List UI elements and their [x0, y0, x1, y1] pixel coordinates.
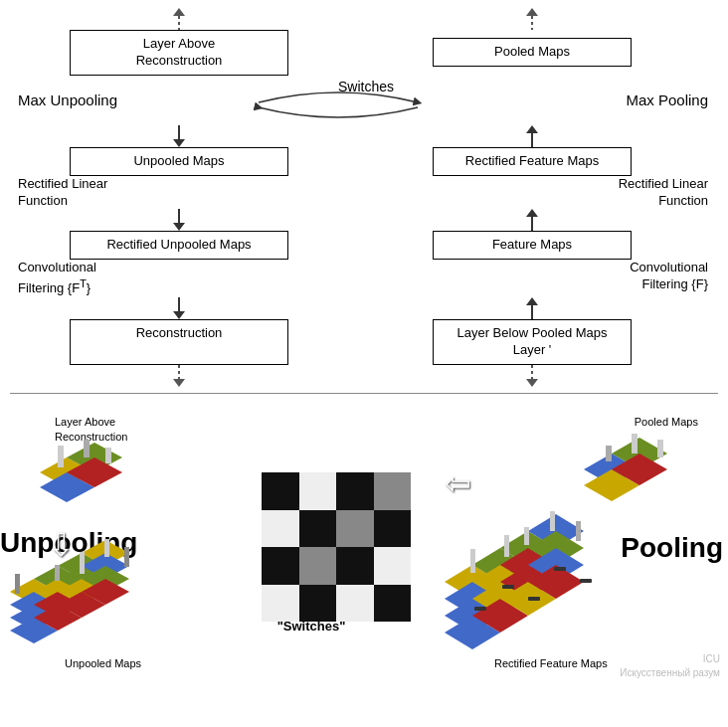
box-rectified-feature-maps-label: Rectified Feature Maps	[465, 153, 599, 168]
svg-rect-34	[657, 440, 663, 457]
arrow-up-right-2	[522, 209, 542, 231]
cb-cell-3-3	[374, 585, 412, 623]
svg-rect-6	[105, 448, 111, 463]
checkerboard-grid	[262, 472, 411, 622]
cb-cell-1-0	[262, 510, 299, 548]
iso-grid-top-small	[40, 438, 149, 507]
cb-cell-0-3	[374, 472, 412, 510]
svg-rect-5	[84, 440, 90, 457]
cb-cell-2-0	[262, 547, 299, 585]
svg-rect-23	[15, 574, 20, 594]
mid-scene: Max Locations"Switches"	[217, 420, 406, 658]
svg-rect-59	[474, 607, 486, 611]
iso-grid-bottom-big	[10, 527, 199, 656]
label-conv-filtering-left: ConvolutionalFiltering {FT}	[18, 260, 96, 297]
box-layer-above-reconstruction: Layer Above Reconstruction	[70, 30, 288, 76]
svg-rect-33	[606, 446, 612, 461]
cb-cell-1-2	[336, 510, 374, 548]
svg-rect-58	[554, 567, 566, 571]
pooling-arrow: ⇦	[445, 464, 471, 502]
svg-rect-60	[580, 579, 592, 583]
watermark: ICU Искусственный разум	[620, 652, 720, 680]
box-pooled-maps: Pooled Maps	[433, 38, 632, 67]
box-reconstruction: Reconstruction	[70, 319, 288, 365]
cb-cell-1-3	[374, 510, 412, 548]
box-feature-maps-label: Feature Maps	[492, 237, 572, 252]
label-max-unpooling: Max Unpooling	[18, 91, 117, 108]
cb-cell-3-0	[262, 585, 299, 623]
svg-rect-55	[524, 527, 529, 545]
cb-cell-2-2	[336, 547, 374, 585]
dashed-arrow-top-left	[169, 8, 189, 30]
svg-rect-25	[104, 539, 109, 557]
cb-cell-1-1	[299, 510, 337, 548]
label-rectified-feature-maps: Rectified Feature Maps	[494, 656, 608, 670]
box-rectified-unpooled-maps: Rectified Unpooled Maps	[70, 231, 288, 260]
box-layer-above-reconstruction-label: Layer Above Reconstruction	[136, 36, 223, 68]
svg-rect-52	[504, 535, 509, 557]
arrow-down-left-3	[169, 297, 189, 319]
dashed-arrow-top-right	[522, 8, 542, 30]
label-unpooled-maps: Unpooled Maps	[65, 656, 141, 670]
arrow-down-left-1	[169, 125, 189, 147]
svg-rect-54	[576, 521, 581, 541]
section-divider	[10, 393, 718, 394]
cb-cell-0-0	[262, 472, 299, 510]
svg-rect-51	[470, 549, 475, 573]
iso-grid-bottom-right-big	[445, 507, 683, 656]
label-rect-linear-right: Rectified LinearFunction	[619, 176, 708, 210]
svg-rect-53	[550, 511, 555, 531]
dashed-arrow-bottom-left	[169, 365, 189, 387]
watermark-line2: Искусственный разум	[620, 667, 720, 678]
arrow-up-right-1	[522, 125, 542, 147]
cb-cell-2-1	[299, 547, 337, 585]
label-pooled-maps-right: Pooled Maps	[635, 415, 698, 429]
cb-cell-2-3	[374, 547, 412, 585]
box-layer-below-pooled-maps-label: Layer Below Pooled Maps Layer '	[456, 325, 607, 357]
cb-cell-3-1	[299, 585, 337, 623]
box-rectified-feature-maps: Rectified Feature Maps	[433, 147, 632, 176]
cb-cell-0-1	[299, 472, 337, 510]
box-unpooled-maps: Unpooled Maps	[70, 147, 288, 176]
arrow-down-left-2	[169, 209, 189, 231]
dashed-arrow-bottom-right	[522, 365, 542, 387]
svg-rect-56	[502, 585, 514, 589]
cb-cell-0-2	[336, 472, 374, 510]
box-pooled-maps-label: Pooled Maps	[494, 44, 570, 59]
watermark-line1: ICU	[703, 653, 720, 664]
box-feature-maps: Feature Maps	[433, 231, 632, 260]
svg-rect-24	[80, 552, 85, 574]
box-layer-below-pooled-maps: Layer Below Pooled Maps Layer '	[433, 319, 632, 365]
iso-grid-top-right-small	[584, 432, 703, 506]
svg-rect-57	[528, 597, 540, 601]
label-max-pooling: Max Pooling	[626, 91, 708, 108]
left-iso-scene: Layer AboveReconstruction Unpooling Unpo…	[0, 410, 229, 678]
box-reconstruction-label: Reconstruction	[136, 325, 223, 340]
svg-rect-4	[58, 446, 64, 467]
switches-svg: Switches	[229, 78, 507, 127]
arrow-up-right-3	[522, 297, 542, 319]
box-rectified-unpooled-maps-label: Rectified Unpooled Maps	[106, 237, 251, 252]
svg-rect-26	[124, 547, 129, 567]
right-iso-scene: Pooled Maps Pooling Rectified Feature Ma…	[435, 410, 728, 678]
label-rect-linear-left: Rectified LinearFunction	[18, 176, 107, 210]
label-conv-filtering-right: ConvolutionalFiltering {F}	[630, 260, 708, 293]
bottom-visual-section: Layer AboveReconstruction Unpooling Unpo…	[0, 400, 728, 688]
cb-cell-3-2	[336, 585, 374, 623]
svg-rect-32	[632, 434, 637, 454]
box-unpooled-maps-label: Unpooled Maps	[133, 153, 224, 168]
svg-rect-27	[55, 565, 60, 581]
